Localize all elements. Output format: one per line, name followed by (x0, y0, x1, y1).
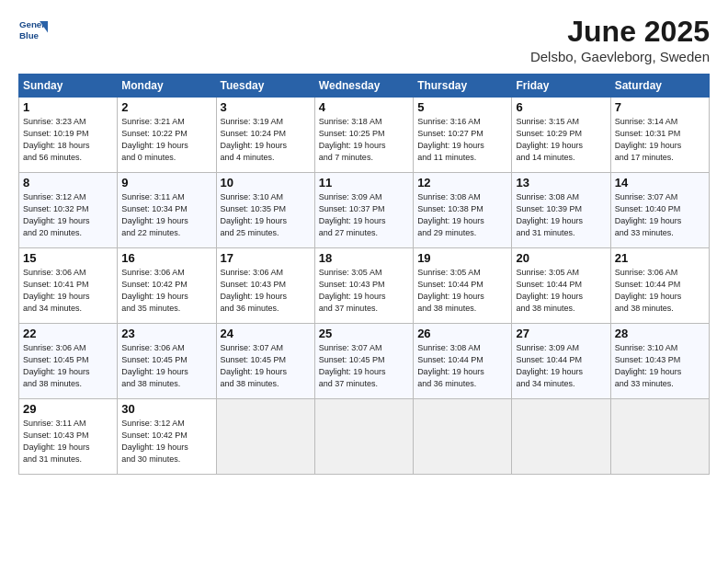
calendar-cell: 14Sunrise: 3:07 AM Sunset: 10:40 PM Dayl… (610, 173, 709, 248)
calendar-cell: 13Sunrise: 3:08 AM Sunset: 10:39 PM Dayl… (512, 173, 610, 248)
location: Delsbo, Gaevleborg, Sweden (530, 49, 710, 64)
day-number: 3 (221, 100, 311, 114)
day-number: 1 (23, 100, 113, 114)
calendar-cell: 29Sunrise: 3:11 AM Sunset: 10:43 PM Dayl… (19, 399, 118, 475)
day-number: 10 (221, 176, 311, 190)
page: General Blue June 2025 Delsbo, Gaevlebor… (0, 0, 728, 563)
day-info: Sunrise: 3:09 AM Sunset: 10:44 PM Daylig… (516, 342, 606, 390)
header: General Blue June 2025 Delsbo, Gaevlebor… (18, 15, 710, 64)
day-number: 4 (319, 100, 409, 114)
day-number: 18 (319, 251, 409, 265)
calendar: SundayMondayTuesdayWednesdayThursdayFrid… (18, 74, 710, 475)
day-info: Sunrise: 3:12 AM Sunset: 10:32 PM Daylig… (23, 191, 113, 239)
calendar-cell (216, 399, 314, 475)
calendar-cell (512, 399, 610, 475)
day-header: Monday (118, 75, 216, 98)
day-info: Sunrise: 3:06 AM Sunset: 10:43 PM Daylig… (221, 267, 311, 315)
calendar-cell: 12Sunrise: 3:08 AM Sunset: 10:38 PM Dayl… (414, 173, 512, 248)
day-info: Sunrise: 3:07 AM Sunset: 10:40 PM Daylig… (615, 191, 705, 239)
day-number: 26 (417, 327, 507, 340)
day-header: Sunday (19, 75, 118, 98)
day-number: 25 (319, 327, 409, 340)
calendar-cell: 18Sunrise: 3:05 AM Sunset: 10:43 PM Dayl… (314, 248, 413, 324)
day-info: Sunrise: 3:08 AM Sunset: 10:38 PM Daylig… (417, 191, 507, 239)
calendar-cell: 2Sunrise: 3:21 AM Sunset: 10:22 PM Dayli… (118, 98, 216, 173)
day-header: Saturday (610, 75, 709, 98)
day-number: 22 (23, 327, 113, 340)
day-info: Sunrise: 3:06 AM Sunset: 10:45 PM Daylig… (121, 342, 211, 390)
day-info: Sunrise: 3:11 AM Sunset: 10:43 PM Daylig… (23, 418, 113, 465)
day-header: Friday (512, 75, 610, 98)
calendar-cell: 11Sunrise: 3:09 AM Sunset: 10:37 PM Dayl… (314, 173, 413, 248)
calendar-cell: 21Sunrise: 3:06 AM Sunset: 10:44 PM Dayl… (610, 248, 709, 324)
calendar-cell: 28Sunrise: 3:10 AM Sunset: 10:43 PM Dayl… (610, 324, 709, 399)
day-info: Sunrise: 3:14 AM Sunset: 10:31 PM Daylig… (615, 116, 705, 164)
day-info: Sunrise: 3:18 AM Sunset: 10:25 PM Daylig… (319, 116, 409, 164)
day-number: 16 (121, 251, 211, 265)
calendar-cell: 8Sunrise: 3:12 AM Sunset: 10:32 PM Dayli… (19, 173, 118, 248)
day-info: Sunrise: 3:21 AM Sunset: 10:22 PM Daylig… (121, 116, 211, 164)
calendar-cell: 19Sunrise: 3:05 AM Sunset: 10:44 PM Dayl… (414, 248, 512, 324)
day-info: Sunrise: 3:07 AM Sunset: 10:45 PM Daylig… (319, 342, 409, 390)
calendar-cell: 10Sunrise: 3:10 AM Sunset: 10:35 PM Dayl… (216, 173, 314, 248)
calendar-cell: 20Sunrise: 3:05 AM Sunset: 10:44 PM Dayl… (512, 248, 610, 324)
day-info: Sunrise: 3:05 AM Sunset: 10:44 PM Daylig… (417, 267, 507, 315)
calendar-cell: 17Sunrise: 3:06 AM Sunset: 10:43 PM Dayl… (216, 248, 314, 324)
calendar-cell: 7Sunrise: 3:14 AM Sunset: 10:31 PM Dayli… (610, 98, 709, 173)
day-number: 11 (319, 176, 409, 190)
calendar-cell: 15Sunrise: 3:06 AM Sunset: 10:41 PM Dayl… (19, 248, 118, 324)
calendar-cell (314, 399, 413, 475)
day-number: 28 (615, 327, 705, 340)
day-number: 12 (417, 176, 507, 190)
day-info: Sunrise: 3:10 AM Sunset: 10:43 PM Daylig… (615, 342, 705, 390)
calendar-cell (414, 399, 512, 475)
day-info: Sunrise: 3:12 AM Sunset: 10:42 PM Daylig… (121, 418, 211, 465)
day-info: Sunrise: 3:07 AM Sunset: 10:45 PM Daylig… (221, 342, 311, 390)
calendar-cell: 6Sunrise: 3:15 AM Sunset: 10:29 PM Dayli… (512, 98, 610, 173)
day-header: Wednesday (314, 75, 413, 98)
day-number: 13 (516, 176, 606, 190)
day-info: Sunrise: 3:06 AM Sunset: 10:42 PM Daylig… (121, 267, 211, 315)
day-number: 29 (23, 402, 113, 416)
day-number: 8 (23, 176, 113, 190)
calendar-cell: 30Sunrise: 3:12 AM Sunset: 10:42 PM Dayl… (118, 399, 216, 475)
day-number: 14 (615, 176, 705, 190)
day-number: 6 (516, 100, 606, 114)
day-info: Sunrise: 3:10 AM Sunset: 10:35 PM Daylig… (221, 191, 311, 239)
calendar-cell: 3Sunrise: 3:19 AM Sunset: 10:24 PM Dayli… (216, 98, 314, 173)
day-info: Sunrise: 3:16 AM Sunset: 10:27 PM Daylig… (417, 116, 507, 164)
day-info: Sunrise: 3:11 AM Sunset: 10:34 PM Daylig… (121, 191, 211, 239)
calendar-cell: 22Sunrise: 3:06 AM Sunset: 10:45 PM Dayl… (19, 324, 118, 399)
day-number: 21 (615, 251, 705, 265)
calendar-cell: 1Sunrise: 3:23 AM Sunset: 10:19 PM Dayli… (19, 98, 118, 173)
day-number: 19 (417, 251, 507, 265)
day-info: Sunrise: 3:06 AM Sunset: 10:44 PM Daylig… (615, 267, 705, 315)
calendar-cell (610, 399, 709, 475)
calendar-cell: 27Sunrise: 3:09 AM Sunset: 10:44 PM Dayl… (512, 324, 610, 399)
day-number: 15 (23, 251, 113, 265)
day-number: 27 (516, 327, 606, 340)
logo: General Blue (18, 15, 48, 44)
day-number: 9 (121, 176, 211, 190)
calendar-cell: 9Sunrise: 3:11 AM Sunset: 10:34 PM Dayli… (118, 173, 216, 248)
calendar-cell: 4Sunrise: 3:18 AM Sunset: 10:25 PM Dayli… (314, 98, 413, 173)
calendar-cell: 26Sunrise: 3:08 AM Sunset: 10:44 PM Dayl… (414, 324, 512, 399)
day-number: 30 (121, 402, 211, 416)
day-info: Sunrise: 3:05 AM Sunset: 10:44 PM Daylig… (516, 267, 606, 315)
day-info: Sunrise: 3:08 AM Sunset: 10:44 PM Daylig… (417, 342, 507, 390)
day-info: Sunrise: 3:08 AM Sunset: 10:39 PM Daylig… (516, 191, 606, 239)
calendar-cell: 5Sunrise: 3:16 AM Sunset: 10:27 PM Dayli… (414, 98, 512, 173)
day-number: 7 (615, 100, 705, 114)
day-number: 17 (221, 251, 311, 265)
day-info: Sunrise: 3:19 AM Sunset: 10:24 PM Daylig… (221, 116, 311, 164)
day-number: 20 (516, 251, 606, 265)
day-info: Sunrise: 3:15 AM Sunset: 10:29 PM Daylig… (516, 116, 606, 164)
day-number: 24 (221, 327, 311, 340)
day-number: 23 (121, 327, 211, 340)
calendar-cell: 23Sunrise: 3:06 AM Sunset: 10:45 PM Dayl… (118, 324, 216, 399)
day-info: Sunrise: 3:05 AM Sunset: 10:43 PM Daylig… (319, 267, 409, 315)
day-info: Sunrise: 3:09 AM Sunset: 10:37 PM Daylig… (319, 191, 409, 239)
logo-icon: General Blue (18, 15, 48, 44)
day-header: Tuesday (216, 75, 314, 98)
calendar-cell: 24Sunrise: 3:07 AM Sunset: 10:45 PM Dayl… (216, 324, 314, 399)
